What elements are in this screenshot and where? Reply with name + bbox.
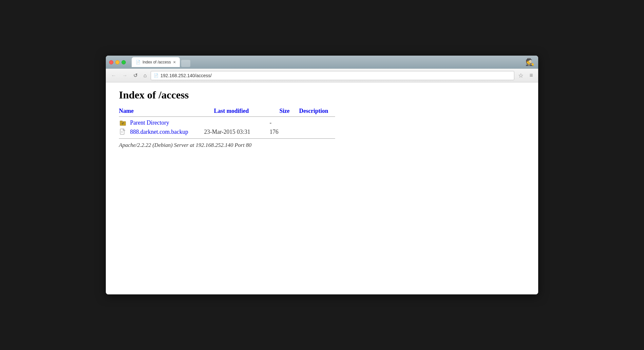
tab-title: Index of /access: [142, 60, 171, 64]
svg-text:?: ?: [121, 131, 123, 133]
row-size-file: 176: [270, 129, 289, 135]
footer-divider: [119, 138, 335, 139]
row-size-parent: -: [270, 119, 289, 126]
tab-page-icon: 📄: [136, 60, 141, 64]
file-listing: Name Last modified Size Description: [119, 108, 335, 149]
col-header-size: Size: [279, 108, 299, 114]
parent-directory-link[interactable]: Parent Directory: [130, 119, 169, 126]
spy-icon: 🕵️: [525, 58, 534, 66]
server-info: Apache/2.2.22 (Debian) Server at 192.168…: [119, 142, 335, 149]
browser-window: 📄 Index of /access ✕ 🕵️ ← → ↺ ⌂ 📄 ☆ ≡ In…: [106, 56, 538, 294]
col-header-modified: Last modified: [214, 108, 279, 114]
toolbar: ← → ↺ ⌂ 📄 ☆ ≡: [106, 69, 538, 82]
listing-header: Name Last modified Size Description: [119, 108, 335, 117]
address-bar[interactable]: [161, 73, 512, 78]
maximize-button[interactable]: [122, 60, 126, 64]
traffic-lights: [109, 60, 126, 64]
row-modified-parent: [204, 119, 270, 126]
col-header-description: Description: [299, 108, 328, 114]
sort-by-desc-link[interactable]: Description: [299, 108, 328, 114]
page-icon: 📄: [154, 73, 159, 78]
folder-up-icon: [119, 119, 127, 127]
table-row: ? 888.darknet.com.backup 23-Mar-2015 03:…: [119, 127, 335, 136]
svg-rect-1: [120, 121, 123, 122]
reload-button[interactable]: ↺: [131, 71, 140, 80]
unknown-file-icon: ?: [119, 128, 127, 136]
tab-bar: 📄 Index of /access ✕: [132, 57, 190, 67]
active-tab[interactable]: 📄 Index of /access ✕: [132, 57, 180, 67]
forward-button[interactable]: →: [120, 71, 129, 80]
row-name-file: ? 888.darknet.com.backup: [119, 128, 204, 136]
row-modified-file: 23-Mar-2015 03:31: [204, 129, 270, 135]
file-link[interactable]: 888.darknet.com.backup: [130, 129, 188, 135]
close-button[interactable]: [109, 60, 113, 64]
table-row: Parent Directory -: [119, 118, 335, 127]
back-button[interactable]: ←: [109, 71, 118, 80]
new-tab-button[interactable]: [181, 60, 190, 67]
home-button[interactable]: ⌂: [142, 71, 149, 80]
sort-by-name-link[interactable]: Name: [119, 108, 134, 114]
row-name-parent: Parent Directory: [119, 119, 204, 127]
bookmark-button[interactable]: ☆: [516, 71, 525, 80]
page-content: Index of /access Name Last modified Size…: [106, 82, 538, 294]
menu-button[interactable]: ≡: [527, 71, 535, 80]
title-bar: 📄 Index of /access ✕ 🕵️: [106, 56, 538, 69]
minimize-button[interactable]: [115, 60, 120, 64]
sort-by-modified-link[interactable]: Last modified: [214, 108, 249, 114]
sort-by-size-link[interactable]: Size: [279, 108, 290, 114]
col-header-name: Name: [119, 108, 214, 114]
page-title: Index of /access: [119, 89, 525, 101]
tab-close-button[interactable]: ✕: [173, 60, 176, 64]
address-bar-container: 📄: [151, 71, 515, 80]
